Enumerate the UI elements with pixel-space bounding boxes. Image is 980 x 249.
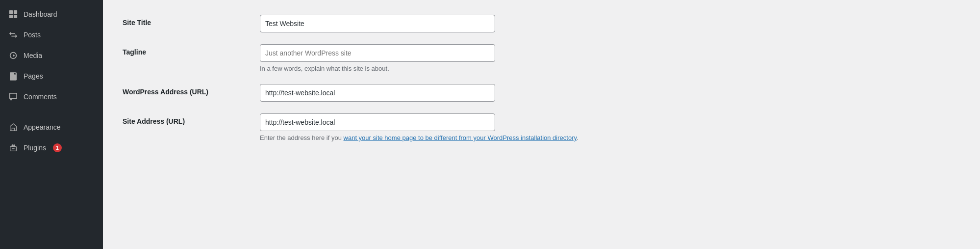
tagline-row: Tagline In a few words, explain what thi… [123,44,960,72]
site-address-input[interactable] [260,113,495,131]
main-content: Site Title Tagline In a few words, expla… [103,0,980,249]
sidebar-item-label: Appearance [24,123,61,131]
tagline-field: In a few words, explain what this site i… [260,44,603,72]
site-address-hint-link[interactable]: want your site home page to be different… [344,134,577,141]
svg-rect-2 [9,15,13,18]
pages-icon [8,71,19,82]
site-address-field: Enter the address here if you want your … [260,113,603,141]
site-address-hint: Enter the address here if you want your … [260,134,603,141]
plugins-badge: 1 [53,143,62,152]
sidebar-item-label: Pages [24,72,43,80]
sidebar-item-posts[interactable]: Posts [0,25,103,45]
site-address-label: Site Address (URL) [123,113,260,125]
sidebar-item-dashboard[interactable]: Dashboard [0,4,103,25]
site-title-row: Site Title [123,15,960,32]
sidebar: Dashboard Posts Media P [0,0,103,249]
wordpress-address-field [260,84,603,102]
sidebar-item-pages[interactable]: Pages [0,66,103,86]
media-icon [8,50,19,61]
wordpress-address-label: WordPress Address (URL) [123,84,260,96]
comments-icon [8,91,19,102]
appearance-icon [8,122,19,133]
site-address-hint-suffix: . [577,134,578,141]
sidebar-item-label: Dashboard [24,10,57,18]
tagline-hint: In a few words, explain what this site i… [260,65,603,72]
sidebar-item-plugins[interactable]: Plugins 1 [0,138,103,158]
plugins-icon [8,142,19,153]
svg-rect-3 [14,15,17,18]
wordpress-address-row: WordPress Address (URL) [123,84,960,102]
svg-rect-1 [14,10,17,14]
sidebar-item-media[interactable]: Media [0,45,103,66]
site-title-field [260,15,603,32]
sidebar-item-comments[interactable]: Comments [0,86,103,107]
tagline-input[interactable] [260,44,495,62]
site-title-label: Site Title [123,15,260,27]
sidebar-item-label: Media [24,52,42,59]
sidebar-item-label: Comments [24,93,57,101]
site-address-hint-prefix: Enter the address here if you [260,134,344,141]
posts-icon [8,29,19,40]
dashboard-icon [8,9,19,20]
sidebar-item-label: Posts [24,31,41,39]
sidebar-item-appearance[interactable]: Appearance [0,117,103,138]
svg-rect-8 [10,93,17,99]
site-address-row: Site Address (URL) Enter the address her… [123,113,960,141]
tagline-label: Tagline [123,44,260,56]
sidebar-item-label: Plugins [24,144,46,152]
site-title-input[interactable] [260,15,495,32]
svg-rect-0 [9,10,13,14]
wordpress-address-input[interactable] [260,84,495,102]
